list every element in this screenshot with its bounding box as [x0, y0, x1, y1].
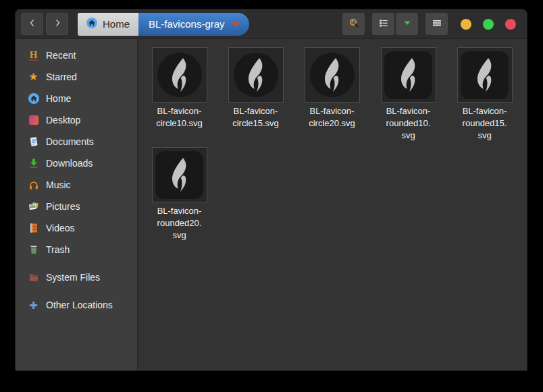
file-thumbnail: [305, 47, 360, 103]
close-button[interactable]: [505, 19, 516, 30]
pictures-icon: [28, 201, 39, 213]
downloads-icon: [28, 158, 39, 169]
system-files-icon: [28, 272, 39, 283]
flame-logo-circle: [234, 53, 278, 97]
sidebar-item-label: Desktop: [46, 115, 80, 125]
file-thumbnail: [152, 47, 207, 103]
chevron-left-icon: [27, 18, 38, 31]
sidebar-item-documents[interactable]: Documents: [16, 131, 137, 152]
sidebar-item-label: Home: [46, 93, 71, 104]
sidebar-item-starred[interactable]: ★ Starred: [16, 66, 137, 88]
flame-logo-circle: [157, 53, 202, 97]
file-name: BL-favicon- rounded20. svg: [157, 205, 202, 242]
sidebar-item-label: Trash: [46, 244, 70, 255]
sidebar-item-label: Pictures: [46, 201, 80, 212]
sidebar-item-downloads[interactable]: Downloads: [16, 152, 137, 174]
sidebar-item-label: Downloads: [46, 158, 93, 169]
sidebar-item-videos[interactable]: Videos: [16, 217, 137, 239]
sidebar: H Recent ★ Starred Home Desktop: [16, 39, 138, 370]
home-icon: [28, 93, 39, 105]
search-button[interactable]: [342, 13, 365, 35]
file-thumbnail: [152, 147, 207, 202]
back-button[interactable]: [21, 13, 43, 35]
sidebar-item-recent[interactable]: H Recent: [16, 45, 137, 66]
green-caret-down-icon: [402, 18, 413, 31]
desktop-background: Home BL-favicons-gray: [0, 0, 543, 392]
sidebar-item-music[interactable]: Music: [16, 174, 137, 196]
documents-icon: [28, 136, 39, 148]
caret-down-icon: [232, 22, 239, 27]
headerbar: Home BL-favicons-gray: [16, 9, 527, 39]
minimize-button[interactable]: [461, 19, 471, 30]
file-name: BL-favicon- circle20.svg: [309, 105, 355, 130]
flame-logo-rounded: [461, 51, 509, 99]
flame-logo-circle: [310, 53, 355, 97]
breadcrumb-current-button[interactable]: BL-favicons-gray: [138, 13, 249, 36]
sidebar-item-other-locations[interactable]: ✚ Other Locations: [16, 294, 137, 316]
sidebar-item-trash[interactable]: Trash: [16, 239, 137, 260]
flame-logo-rounded: [384, 51, 432, 99]
window-controls: [461, 19, 516, 30]
sidebar-item-desktop[interactable]: Desktop: [16, 109, 137, 131]
file-item-circle15[interactable]: BL-favicon- circle15.svg: [217, 47, 294, 147]
search-icon: [348, 18, 359, 31]
maximize-button[interactable]: [483, 19, 494, 30]
sidebar-section-gap: [16, 288, 137, 294]
file-thumbnail: [228, 47, 284, 103]
star-icon: ★: [28, 72, 39, 83]
file-name: BL-favicon- circle15.svg: [232, 105, 279, 130]
recent-icon: H: [28, 50, 39, 61]
sidebar-item-label: Other Locations: [46, 300, 113, 310]
sidebar-item-label: System Files: [46, 272, 100, 283]
file-thumbnail: [381, 47, 436, 103]
window-body: H Recent ★ Starred Home Desktop: [16, 39, 527, 370]
file-thumbnail: [457, 47, 513, 103]
videos-icon: [28, 223, 39, 234]
sidebar-item-label: Documents: [46, 136, 94, 147]
list-view-icon: [378, 18, 389, 31]
sidebar-item-label: Videos: [46, 223, 75, 233]
file-name: BL-favicon- rounded10. svg: [386, 105, 431, 142]
music-icon: [28, 179, 39, 191]
list-view-button[interactable]: [372, 13, 394, 35]
breadcrumb-current-label: BL-favicons-gray: [149, 18, 225, 30]
file-item-circle10[interactable]: BL-favicon- circle10.svg: [141, 47, 217, 147]
sidebar-section-gap: [16, 260, 137, 267]
home-icon: [86, 18, 97, 30]
file-item-circle20[interactable]: BL-favicon- circle20.svg: [294, 47, 370, 147]
chevron-right-icon: [52, 18, 63, 31]
file-grid: BL-favicon- circle10.svg BL-favicon- cir…: [138, 39, 527, 370]
sidebar-item-system-files[interactable]: System Files: [16, 267, 137, 288]
forward-button[interactable]: [46, 13, 68, 35]
file-name: BL-favicon- rounded15. svg: [463, 105, 507, 142]
hamburger-icon: [432, 18, 442, 31]
sidebar-item-label: Starred: [46, 72, 77, 82]
breadcrumb-home-button[interactable]: Home: [78, 13, 138, 36]
sidebar-item-home[interactable]: Home: [16, 88, 137, 109]
file-name: BL-favicon- circle10.svg: [156, 105, 203, 130]
sidebar-item-pictures[interactable]: Pictures: [16, 196, 137, 217]
other-locations-icon: ✚: [28, 300, 39, 311]
menu-button[interactable]: [425, 13, 448, 35]
file-manager-window: Home BL-favicons-gray: [15, 9, 527, 371]
breadcrumb-home-label: Home: [103, 18, 130, 30]
flame-logo-rounded: [155, 151, 203, 199]
trash-icon: [28, 244, 39, 256]
sidebar-item-label: Recent: [46, 50, 76, 61]
file-item-rounded15[interactable]: BL-favicon- rounded15. svg: [446, 47, 523, 147]
breadcrumb: Home BL-favicons-gray: [78, 13, 249, 36]
view-options-dropdown-button[interactable]: [396, 13, 418, 35]
file-item-rounded20[interactable]: BL-favicon- rounded20. svg: [141, 147, 217, 247]
sidebar-item-label: Music: [46, 179, 71, 190]
desktop-icon: [28, 115, 39, 126]
file-item-rounded10[interactable]: BL-favicon- rounded10. svg: [370, 47, 446, 147]
